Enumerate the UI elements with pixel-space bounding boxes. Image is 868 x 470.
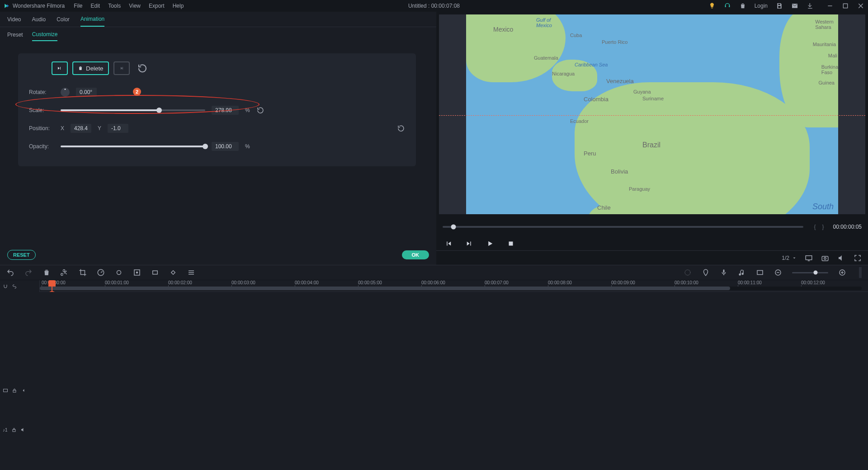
opacity-slider[interactable]	[61, 146, 205, 147]
lock-icon[interactable]	[12, 388, 17, 393]
split-icon[interactable]	[61, 268, 69, 277]
delete-keyframe-button[interactable]: Delete	[72, 61, 109, 75]
subtab-preset[interactable]: Preset	[7, 29, 23, 41]
link-icon[interactable]	[12, 284, 17, 289]
reset-icon	[137, 63, 148, 74]
timeline-tracks[interactable]: 00:00:00:00 00:00:01:00 00:00:02:00 00:0…	[40, 280, 868, 292]
settings-icon[interactable]	[187, 268, 195, 277]
fullscreen-icon[interactable]	[854, 254, 862, 262]
preview-seekbar-row: { } 00:00:00:05	[436, 217, 868, 237]
menu-view[interactable]: View	[129, 3, 141, 9]
timeline-ruler[interactable]: 00:00:00:00 00:00:01:00 00:00:02:00 00:0…	[40, 280, 868, 292]
tab-animation[interactable]: Animation	[80, 12, 104, 27]
seek-slider[interactable]	[443, 226, 803, 228]
reset-button[interactable]: RESET	[7, 250, 36, 260]
step-back-icon[interactable]	[444, 240, 453, 248]
snapshot-icon[interactable]	[821, 254, 829, 262]
preview-toolbar: 1/2	[436, 250, 868, 265]
svg-rect-1	[843, 4, 847, 8]
headset-icon[interactable]	[724, 2, 731, 9]
lightbulb-icon[interactable]	[708, 2, 716, 9]
map-label: Peru	[584, 150, 596, 157]
minimize-icon[interactable]	[826, 2, 834, 9]
delete-icon[interactable]	[42, 268, 51, 277]
map-label: Nicaragua	[552, 71, 575, 76]
position-row: Position: X 428.4 Y -1.0	[29, 119, 405, 137]
stop-icon[interactable]	[507, 240, 515, 248]
voiceover-icon[interactable]	[720, 268, 728, 277]
playhead[interactable]	[52, 280, 52, 292]
prev-keyframe-button[interactable]	[52, 61, 68, 75]
panel-footer: RESET OK	[0, 245, 436, 265]
scale-slider[interactable]	[61, 109, 205, 111]
zoom-in-icon[interactable]	[838, 268, 846, 277]
preview-quality-select[interactable]: 1/2	[782, 255, 797, 261]
tab-color[interactable]: Color	[57, 13, 70, 26]
play-icon[interactable]	[486, 240, 494, 248]
subtab-customize[interactable]: Customize	[32, 28, 58, 41]
crop-icon[interactable]	[79, 268, 87, 277]
menu-edit[interactable]: Edit	[91, 3, 100, 9]
titlebar: Wondershare Filmora File Edit Tools View…	[0, 0, 868, 12]
lock-icon[interactable]	[11, 427, 17, 432]
color-icon[interactable]	[115, 268, 123, 277]
next-keyframe-icon	[119, 66, 124, 71]
speed-icon[interactable]	[97, 268, 105, 277]
menu-help[interactable]: Help	[173, 3, 184, 9]
reset-keyframes-button[interactable]	[137, 63, 148, 74]
scale-value[interactable]: 278.98	[212, 106, 239, 115]
login-link[interactable]: Login	[755, 3, 768, 9]
mail-icon[interactable]	[791, 2, 798, 9]
redo-icon[interactable]	[24, 268, 33, 277]
volume-icon[interactable]	[837, 254, 845, 262]
preview-canvas[interactable]: Mexico Gulf of Mexico Cuba Puerto Rico G…	[439, 14, 865, 214]
svg-point-12	[685, 270, 690, 275]
svg-rect-11	[171, 271, 175, 274]
svg-rect-13	[723, 269, 725, 273]
zoom-slider[interactable]	[792, 272, 828, 273]
step-forward-icon[interactable]	[465, 240, 473, 248]
monitor-icon[interactable]	[805, 254, 813, 262]
chevron-left-icon[interactable]	[21, 388, 26, 393]
animation-subtabs: Preset Customize	[0, 27, 436, 42]
tab-video[interactable]: Video	[7, 13, 21, 26]
trash-icon[interactable]	[739, 2, 746, 9]
maximize-icon[interactable]	[842, 2, 849, 9]
keyframe-icon[interactable]	[169, 268, 177, 277]
zoom-out-icon[interactable]	[774, 268, 782, 277]
scale-reset-icon[interactable]	[256, 106, 264, 114]
chevron-down-icon	[792, 256, 797, 260]
map-label: Guinea	[819, 80, 835, 85]
save-icon[interactable]	[776, 2, 783, 9]
undo-icon[interactable]	[6, 268, 14, 277]
marker-icon[interactable]	[702, 268, 710, 277]
close-icon[interactable]	[857, 2, 864, 9]
rotate-dial[interactable]	[61, 88, 70, 97]
rotate-value[interactable]: 0.00°	[76, 88, 97, 97]
menu-tools[interactable]: Tools	[108, 3, 121, 9]
inspector-tabs: Video Audio Color Animation	[0, 12, 436, 27]
audio-icon[interactable]	[738, 268, 746, 277]
menu-file[interactable]: File	[74, 3, 82, 9]
ok-button[interactable]: OK	[402, 250, 429, 259]
opacity-value[interactable]: 100.00	[212, 142, 239, 151]
mute-icon[interactable]	[20, 427, 26, 432]
render-icon[interactable]	[756, 268, 764, 277]
tab-audio[interactable]: Audio	[32, 13, 46, 26]
ruler-tick: 00:00:07:00	[485, 280, 509, 285]
fit-icon[interactable]	[151, 268, 159, 277]
preview-pane: Mexico Gulf of Mexico Cuba Puerto Rico G…	[436, 12, 868, 265]
next-keyframe-button[interactable]	[113, 61, 130, 75]
position-y-value[interactable]: -1.0	[108, 124, 128, 133]
position-x-value[interactable]: 428.4	[71, 124, 91, 133]
position-y-label: Y	[98, 125, 101, 132]
magnet-icon[interactable]	[3, 284, 8, 289]
download-icon[interactable]	[807, 2, 814, 9]
map-label: Guatemala	[534, 55, 558, 61]
menu-export[interactable]: Export	[149, 3, 165, 9]
position-reset-icon[interactable]	[397, 124, 405, 132]
greenscreen-icon[interactable]	[133, 268, 141, 277]
timeline-scrollbar[interactable]	[40, 287, 862, 290]
mixer-icon[interactable]	[684, 268, 692, 277]
trackhead-video	[3, 388, 26, 393]
